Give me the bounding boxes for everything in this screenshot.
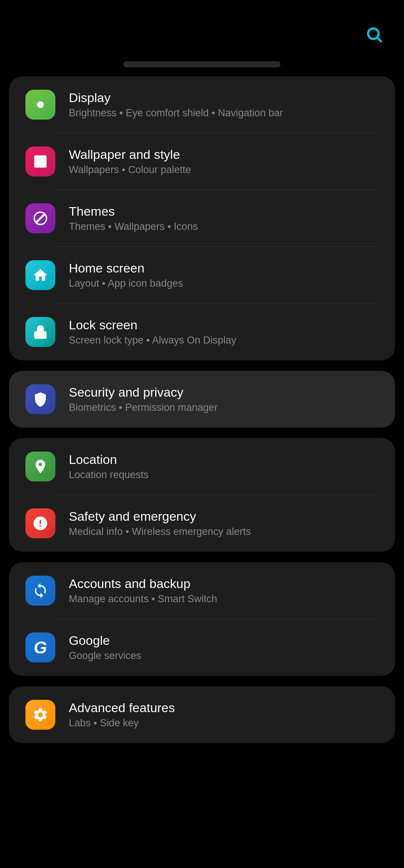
lockscreen-icon: [25, 317, 55, 347]
scroll-indicator: [123, 61, 281, 67]
security-subtitle: Biometrics • Permission manager: [69, 402, 379, 413]
section-card-section5: Advanced featuresLabs • Side key: [9, 686, 395, 743]
settings-item-lockscreen[interactable]: Lock screenScreen lock type • Always On …: [9, 304, 395, 360]
settings-item-accounts[interactable]: Accounts and backupManage accounts • Sma…: [9, 562, 395, 619]
settings-item-security[interactable]: Security and privacyBiometrics • Permiss…: [9, 371, 395, 428]
display-title: Display: [69, 90, 379, 105]
homescreen-text: Home screenLayout • App icon badges: [69, 261, 379, 289]
section-card-section4: Accounts and backupManage accounts • Sma…: [9, 562, 395, 676]
display-subtitle: Brightness • Eye comfort shield • Naviga…: [69, 107, 379, 119]
advanced-icon: [25, 700, 55, 730]
settings-item-display[interactable]: DisplayBrightness • Eye comfort shield •…: [9, 76, 395, 133]
search-icon: [365, 25, 383, 43]
security-title: Security and privacy: [69, 385, 379, 400]
accounts-subtitle: Manage accounts • Smart Switch: [69, 593, 379, 605]
svg-rect-13: [34, 331, 47, 339]
homescreen-subtitle: Layout • App icon badges: [69, 278, 379, 289]
section-card-section3: LocationLocation requestsSafety and emer…: [9, 438, 395, 552]
settings-item-safety[interactable]: Safety and emergencyMedical info • Wirel…: [9, 495, 395, 552]
accounts-title: Accounts and backup: [69, 576, 379, 591]
location-text: LocationLocation requests: [69, 452, 379, 481]
homescreen-icon: [25, 260, 55, 290]
advanced-title: Advanced features: [69, 701, 379, 715]
google-title: Google: [69, 633, 379, 648]
google-letter: G: [34, 637, 47, 658]
safety-text: Safety and emergencyMedical info • Wirel…: [69, 509, 379, 538]
search-button[interactable]: [362, 22, 386, 46]
header: [0, 0, 404, 54]
svg-line-5: [35, 99, 36, 101]
location-subtitle: Location requests: [69, 469, 379, 481]
settings-item-themes[interactable]: ThemesThemes • Wallpapers • Icons: [9, 190, 395, 247]
security-icon: [25, 384, 55, 414]
themes-subtitle: Themes • Wallpapers • Icons: [69, 221, 379, 233]
accounts-icon: [25, 576, 55, 606]
lockscreen-subtitle: Screen lock type • Always On Display: [69, 335, 379, 346]
location-title: Location: [69, 452, 379, 467]
settings-item-advanced[interactable]: Advanced featuresLabs • Side key: [9, 686, 395, 743]
svg-point-12: [37, 158, 39, 160]
safety-title: Safety and emergency: [69, 509, 379, 524]
advanced-subtitle: Labs • Side key: [69, 717, 379, 729]
themes-icon: [25, 203, 55, 233]
safety-icon: [25, 508, 55, 538]
wallpaper-subtitle: Wallpapers • Colour palette: [69, 164, 379, 176]
themes-text: ThemesThemes • Wallpapers • Icons: [69, 204, 379, 233]
settings-sections: DisplayBrightness • Eye comfort shield •…: [0, 76, 404, 743]
svg-point-0: [368, 28, 379, 39]
lockscreen-text: Lock screenScreen lock type • Always On …: [69, 318, 379, 346]
google-text: GoogleGoogle services: [69, 633, 379, 662]
section-card-section1: DisplayBrightness • Eye comfort shield •…: [9, 76, 395, 360]
wallpaper-icon: [25, 147, 55, 176]
settings-item-wallpaper[interactable]: Wallpaper and styleWallpapers • Colour p…: [9, 133, 395, 190]
svg-line-1: [377, 38, 382, 42]
security-text: Security and privacyBiometrics • Permiss…: [69, 385, 379, 413]
section-card-section2: Security and privacyBiometrics • Permiss…: [9, 371, 395, 428]
svg-line-9: [35, 109, 36, 110]
display-icon: [25, 90, 55, 120]
google-subtitle: Google services: [69, 650, 379, 662]
settings-item-homescreen[interactable]: Home screenLayout • App icon badges: [9, 247, 395, 304]
advanced-text: Advanced featuresLabs • Side key: [69, 701, 379, 729]
display-text: DisplayBrightness • Eye comfort shield •…: [69, 90, 379, 119]
settings-item-location[interactable]: LocationLocation requests: [9, 438, 395, 495]
lockscreen-title: Lock screen: [69, 318, 379, 332]
svg-line-6: [45, 109, 46, 110]
settings-item-google[interactable]: GGoogleGoogle services: [9, 619, 395, 676]
location-icon: [25, 452, 55, 481]
svg-point-2: [37, 101, 44, 108]
themes-title: Themes: [69, 204, 379, 219]
svg-line-10: [45, 99, 46, 101]
homescreen-title: Home screen: [69, 261, 379, 276]
accounts-text: Accounts and backupManage accounts • Sma…: [69, 576, 379, 605]
google-icon: G: [25, 632, 55, 662]
safety-subtitle: Medical info • Wireless emergency alerts: [69, 526, 379, 538]
wallpaper-title: Wallpaper and style: [69, 147, 379, 162]
wallpaper-text: Wallpaper and styleWallpapers • Colour p…: [69, 147, 379, 176]
